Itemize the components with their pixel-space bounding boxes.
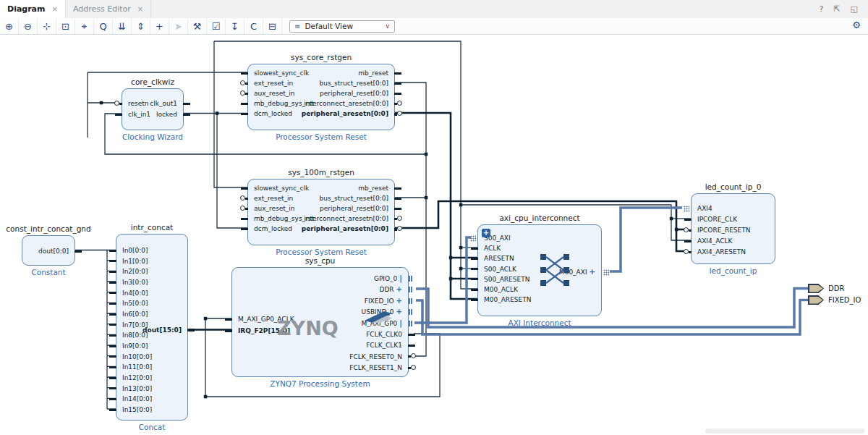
port-dcm-locked[interactable]: dcm_locked bbox=[254, 225, 292, 232]
pin-stub[interactable] bbox=[245, 208, 248, 210]
port-mb-reset[interactable]: mb_reset bbox=[358, 69, 388, 77]
tab-close-icon[interactable]: × bbox=[137, 5, 143, 13]
expand-plus-icon[interactable]: | bbox=[397, 274, 402, 282]
pin-stub[interactable] bbox=[109, 345, 116, 347]
port-resetn[interactable]: resetn bbox=[128, 100, 149, 107]
zoom-fit-button[interactable]: ⊹ bbox=[38, 19, 56, 34]
block-const-intr-concat-gnd[interactable]: const_intr_concat_gnddout[0:0]Constant bbox=[22, 235, 75, 266]
port-ipcore-clk[interactable]: IPCORE_CLK bbox=[697, 216, 737, 223]
pin-stub[interactable] bbox=[109, 260, 116, 262]
expand-plus-icon[interactable]: | bbox=[397, 319, 402, 327]
block-sys-100m-rstgen[interactable]: sys_100m_rstgenslowest_sync_clkext_reset… bbox=[247, 179, 395, 245]
port-ext-reset-in[interactable]: ext_reset_in bbox=[254, 80, 293, 87]
expand-block-badge[interactable]: + bbox=[482, 229, 490, 237]
port-aux-reset-in[interactable]: aux_reset_in bbox=[254, 90, 295, 97]
pin-stub[interactable] bbox=[109, 409, 116, 411]
block-sys-cpu[interactable]: sys_cpuM_AXI_GP0_ACLKIRQ_F2P[15:0]GPIO_0… bbox=[231, 267, 409, 377]
pin-stub[interactable] bbox=[109, 324, 116, 326]
pin-stub[interactable] bbox=[109, 355, 116, 358]
inverted-pin-icon[interactable] bbox=[240, 80, 245, 85]
port-ext-reset-in[interactable]: ext_reset_in bbox=[254, 195, 293, 202]
interface-pin-stub[interactable] bbox=[409, 276, 414, 282]
expand-plus-icon[interactable]: + bbox=[394, 297, 402, 305]
interface-dashed-stub[interactable] bbox=[470, 235, 476, 242]
settings-gear-icon[interactable]: ⚙ bbox=[852, 20, 861, 30]
pin-stub[interactable] bbox=[245, 93, 248, 95]
interface-pin-stub[interactable] bbox=[409, 321, 414, 326]
pin-stub[interactable] bbox=[241, 72, 248, 75]
tab-diagram[interactable]: Diagram× bbox=[0, 0, 66, 18]
port-axi4-aresetn[interactable]: AXI4_ARESETN bbox=[697, 248, 746, 255]
port-m00-aclk[interactable]: M00_ACLK bbox=[484, 286, 518, 293]
pin-stub[interactable] bbox=[241, 228, 248, 230]
pin-stub[interactable] bbox=[394, 72, 401, 75]
port-aresetn[interactable]: ARESETN bbox=[484, 255, 514, 262]
zoom-in-button[interactable]: ⊕ bbox=[0, 19, 19, 34]
pin-stub[interactable] bbox=[241, 187, 248, 190]
port-interconnect-aresetn-0-0[interactable]: interconnect_aresetn[0:0] bbox=[304, 215, 388, 222]
maximize-window-icon[interactable]: ◱ bbox=[851, 4, 858, 14]
interface-dashed-stub[interactable] bbox=[603, 269, 609, 276]
port-s00-aclk[interactable]: S00_ACLK bbox=[484, 266, 516, 273]
pin-stub[interactable] bbox=[471, 289, 478, 291]
pin-stub[interactable] bbox=[109, 313, 116, 316]
pin-stub[interactable] bbox=[109, 387, 116, 389]
inverted-pin-icon[interactable] bbox=[397, 216, 402, 221]
horizontal-scrollbar[interactable] bbox=[705, 428, 864, 434]
expand-hierarchy-button[interactable]: ⇕ bbox=[132, 19, 150, 34]
expand-plus-icon[interactable]: + bbox=[394, 308, 402, 316]
port-in14-0-0[interactable]: In14[0:0] bbox=[122, 395, 152, 402]
pin-stub[interactable] bbox=[75, 250, 82, 253]
port-in3-0-0[interactable]: In3[0:0] bbox=[122, 279, 148, 286]
port-peripheral-reset-0-0[interactable]: peripheral_reset[0:0] bbox=[320, 205, 388, 212]
inverted-pin-icon[interactable] bbox=[397, 226, 402, 231]
port-in0-0-0[interactable]: In0[0:0] bbox=[122, 247, 148, 254]
port-dout-15-0[interactable]: dout[15:0] bbox=[142, 326, 182, 334]
port-in5-0-0[interactable]: In5[0:0] bbox=[122, 300, 148, 307]
block-body[interactable]: S00_AXIACLKARESETNS00_ACLKS00_ARESETNM00… bbox=[477, 224, 602, 316]
pin-stub[interactable] bbox=[471, 278, 478, 280]
port-gpio-0[interactable]: GPIO_0| bbox=[374, 275, 402, 282]
pin-stub[interactable] bbox=[245, 83, 248, 85]
block-body[interactable]: resetnclk_in1clk_out1locked bbox=[122, 88, 184, 130]
port-dout-0-0[interactable]: dout[0:0] bbox=[38, 248, 69, 255]
port-m00-aresetn[interactable]: M00_ARESETN bbox=[484, 296, 531, 303]
port-aux-reset-in[interactable]: aux_reset_in bbox=[254, 205, 295, 212]
pin-stub[interactable] bbox=[187, 329, 195, 331]
port-aclk[interactable]: ACLK bbox=[484, 245, 501, 252]
block-core-clkwiz[interactable]: core_clkwizresetnclk_in1clk_out1lockedCl… bbox=[122, 88, 184, 130]
port-fixed-io[interactable]: FIXED_IO+ bbox=[365, 297, 402, 305]
pin-stub[interactable] bbox=[109, 398, 116, 400]
pin-stub[interactable] bbox=[394, 208, 401, 210]
port-fclk-reset0-n[interactable]: FCLK_RESET0_N bbox=[349, 353, 402, 360]
port-peripheral-reset-0-0[interactable]: peripheral_reset[0:0] bbox=[320, 90, 388, 97]
port-in10-0-0[interactable]: In10[0:0] bbox=[122, 353, 152, 360]
pin-stub[interactable] bbox=[183, 103, 190, 105]
pin-stub[interactable] bbox=[471, 268, 478, 270]
inverted-pin-icon[interactable] bbox=[397, 111, 402, 116]
port-ipcore-resetn[interactable]: IPCORE_RESETN bbox=[697, 227, 750, 234]
collapse-hierarchy-button[interactable]: ⇊ bbox=[113, 19, 132, 34]
pin-stub[interactable] bbox=[225, 318, 232, 321]
interface-pin-stub[interactable] bbox=[409, 298, 414, 304]
pin-stub[interactable] bbox=[109, 282, 116, 284]
port-ddr[interactable]: DDR+ bbox=[379, 286, 402, 293]
view-selector[interactable]: ≡ Default View ∨ bbox=[289, 20, 395, 33]
expand-plus-icon[interactable]: + bbox=[394, 285, 402, 293]
pin-stub[interactable] bbox=[183, 114, 190, 116]
port-mb-reset[interactable]: mb_reset bbox=[358, 185, 388, 192]
inverted-pin-icon[interactable] bbox=[684, 227, 689, 232]
pin-stub[interactable] bbox=[689, 229, 692, 232]
recenter-button[interactable]: ⌖ bbox=[75, 19, 94, 34]
block-body[interactable]: slowest_sync_clkext_reset_inaux_reset_in… bbox=[247, 179, 395, 245]
help-icon[interactable]: ? bbox=[820, 4, 824, 14]
block-sys-core-rstgen[interactable]: sys_core_rstgenslowest_sync_clkext_reset… bbox=[247, 64, 395, 130]
port-fclk-clk1[interactable]: FCLK_CLK1 bbox=[366, 342, 402, 349]
validate-design-button[interactable]: ☑ bbox=[207, 19, 226, 34]
inverted-pin-icon[interactable] bbox=[684, 249, 689, 254]
block-body[interactable]: AXI4IPCORE_CLKIPCORE_RESETNAXI4_ACLKAXI4… bbox=[691, 193, 775, 264]
port-fclk-reset1-n[interactable]: FCLK_RESET1_N bbox=[349, 364, 402, 371]
pin-stub[interactable] bbox=[109, 334, 116, 337]
port-in4-0-0[interactable]: In4[0:0] bbox=[122, 290, 148, 297]
port-slowest-sync-clk[interactable]: slowest_sync_clk bbox=[254, 69, 309, 77]
